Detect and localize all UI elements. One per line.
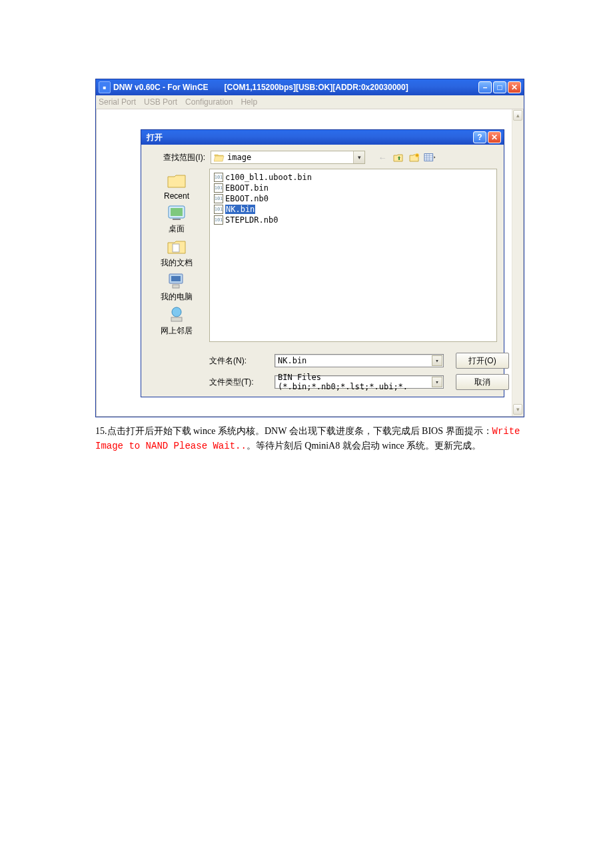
dialog-title-bar: 打开 ? ✕ — [141, 130, 504, 145]
svg-rect-3 — [171, 208, 183, 216]
dialog-title: 打开 — [147, 132, 163, 143]
network-icon — [166, 305, 187, 324]
svg-rect-6 — [171, 276, 181, 281]
menu-configuration[interactable]: Configuration — [185, 97, 233, 107]
file-item[interactable]: 101 STEPLDR.nb0 — [214, 215, 492, 225]
file-icon: 101 — [214, 205, 223, 214]
lookin-value: image — [227, 153, 353, 162]
views-icon[interactable] — [424, 151, 437, 164]
filetype-combo[interactable]: BIN Files (*.bin;*.nb0;*.lst;*.ubi;*. ▾ — [275, 375, 444, 389]
svg-point-8 — [172, 307, 181, 317]
place-mydocs[interactable]: 我的文档 — [153, 237, 201, 269]
dnw-title-part2: [COM1,115200bps][USB:OK][ADDR:0x20030000… — [225, 83, 408, 92]
minimize-button[interactable]: – — [478, 81, 492, 93]
vertical-scrollbar[interactable]: ▴ ▾ — [512, 109, 523, 416]
place-mycomputer[interactable]: 我的电脑 — [153, 271, 201, 303]
back-icon[interactable]: ← — [376, 151, 389, 164]
filename-label: 文件名(N): — [209, 355, 263, 367]
folder-icon — [166, 171, 187, 190]
dnw-title-bar: ■ DNW v0.60C - For WinCE [COM1,115200bps… — [96, 79, 524, 95]
file-icon: 101 — [214, 173, 223, 182]
scroll-up-icon[interactable]: ▴ — [513, 110, 522, 121]
file-icon: 101 — [214, 215, 223, 225]
client-area: ▴ ▾ 打开 ? ✕ 查找范围(I): — [96, 109, 524, 417]
up-folder-icon[interactable] — [392, 151, 405, 164]
file-item[interactable]: 101 c100_bl1.uboot.bin — [214, 172, 492, 183]
documents-icon — [166, 237, 187, 256]
dialog-close-button[interactable]: ✕ — [488, 131, 501, 143]
menu-serial-port[interactable]: Serial Port — [99, 97, 136, 107]
file-list[interactable]: 101 c100_bl1.uboot.bin 101 EBOOT.bin 101… — [209, 169, 497, 342]
open-button[interactable]: 打开(O) — [456, 353, 509, 369]
dnw-title-part1: DNW v0.60C - For WinCE — [113, 83, 209, 92]
file-item[interactable]: 101 NK.bin — [214, 204, 492, 215]
chevron-down-icon[interactable]: ▾ — [353, 151, 364, 163]
menu-help[interactable]: Help — [241, 97, 257, 107]
svg-rect-4 — [173, 244, 179, 252]
filetype-label: 文件类型(T): — [209, 377, 263, 388]
desktop-icon — [166, 203, 187, 222]
dialog-help-button[interactable]: ? — [473, 131, 486, 143]
file-item[interactable]: 101 EBOOT.bin — [214, 183, 492, 193]
places-bar: Recent 桌面 我的文档 — [148, 169, 205, 342]
place-network[interactable]: 网上邻居 — [153, 305, 201, 337]
place-desktop[interactable]: 桌面 — [153, 203, 201, 235]
file-icon: 101 — [214, 183, 223, 193]
maximize-button[interactable]: □ — [493, 81, 506, 93]
svg-rect-7 — [173, 285, 179, 288]
dnw-window: ■ DNW v0.60C - For WinCE [COM1,115200bps… — [95, 79, 524, 417]
lookin-label: 查找范围(I): — [148, 152, 207, 163]
new-folder-icon[interactable] — [408, 151, 421, 164]
cancel-button[interactable]: 取消 — [456, 374, 509, 390]
caption-paragraph: 15.点击打开后开始下载 wince 系统内核。DNW 会出现下载进度条，下载完… — [95, 424, 523, 453]
file-icon: 101 — [214, 194, 223, 203]
close-button[interactable]: ✕ — [508, 81, 521, 93]
open-file-dialog: 打开 ? ✕ 查找范围(I): image ▾ — [141, 129, 504, 397]
menu-usb-port[interactable]: USB Port — [144, 97, 177, 107]
svg-rect-9 — [171, 317, 182, 321]
chevron-down-icon[interactable]: ▾ — [432, 355, 442, 366]
chevron-down-icon[interactable]: ▾ — [432, 377, 442, 387]
folder-open-icon — [214, 153, 225, 162]
filename-input[interactable]: NK.bin ▾ — [275, 354, 444, 367]
computer-icon — [166, 271, 187, 290]
file-item[interactable]: 101 EBOOT.nb0 — [214, 193, 492, 204]
place-recent[interactable]: Recent — [153, 171, 201, 201]
menu-bar: Serial Port USB Port Configuration Help — [96, 95, 524, 109]
dnw-app-icon: ■ — [99, 81, 111, 93]
lookin-combo[interactable]: image ▾ — [211, 151, 365, 164]
scroll-down-icon[interactable]: ▾ — [513, 404, 522, 415]
